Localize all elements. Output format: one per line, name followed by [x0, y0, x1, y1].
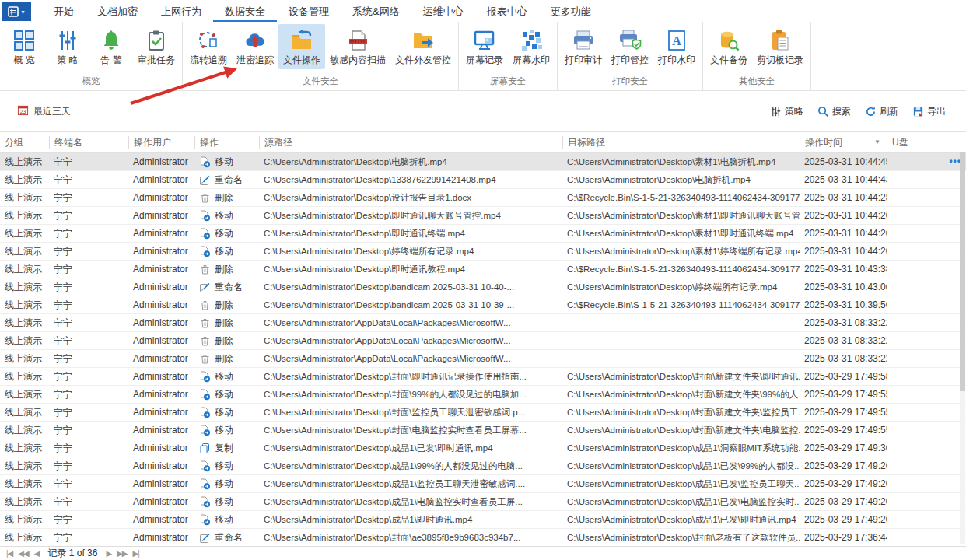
sort-dropdown-icon[interactable]: ▼	[874, 136, 887, 149]
time-cell: 2025-03-31 08:33:22	[800, 317, 887, 328]
toolbar-button-export[interactable]: 导出	[912, 105, 946, 118]
file-backup-icon	[717, 27, 740, 53]
ribbon-button-screen-record[interactable]: 屏幕记录	[461, 24, 508, 69]
column-header-8[interactable]: U盘	[887, 136, 954, 149]
table-row[interactable]: 线上演示宁宁Administrator移动C:\Users\Administra…	[0, 243, 966, 261]
table-row[interactable]: 线上演示宁宁Administrator移动C:\Users\Administra…	[0, 511, 966, 529]
table-row[interactable]: 线上演示宁宁Administrator删除C:\Users\Administra…	[0, 332, 966, 350]
ribbon-button-alert-bell[interactable]: 告 警	[89, 24, 133, 69]
user-cell: Administrator	[128, 264, 194, 275]
target-path-cell: C:\Users\Administrator\Desktop\婷终端所有记录.m…	[562, 282, 800, 293]
user-cell: Administrator	[128, 246, 194, 257]
ribbon-button-screen-watermark[interactable]: 屏幕水印	[508, 24, 555, 69]
table-row[interactable]: 线上演示宁宁Administrator删除C:\Users\Administra…	[0, 350, 966, 368]
operation-cell: 重命名	[194, 281, 259, 294]
ribbon-button-file-backup[interactable]: 文件备份	[705, 24, 752, 69]
table-row[interactable]: 线上演示宁宁Administrator重命名C:\Users\Administr…	[0, 278, 966, 296]
menu-tab-1[interactable]: 开始	[42, 0, 86, 22]
move-icon	[199, 210, 211, 222]
menu-tab-8[interactable]: 报表中心	[475, 0, 539, 22]
column-header-9[interactable]	[954, 136, 966, 149]
ribbon-button-flow-trace[interactable]: 流转追溯	[185, 24, 232, 69]
scrollbar-thumb[interactable]	[960, 152, 965, 391]
ribbon-button-policy-sliders[interactable]: 策 略	[46, 24, 89, 69]
ribbon-button-file-outgoing[interactable]: 文件外发管控	[390, 24, 456, 69]
source-path-cell: C:\Users\Administrator\Desktop\成品1\已发\即时…	[259, 443, 562, 454]
pager-prev-button[interactable]: ◀	[34, 549, 40, 558]
table-row[interactable]: 线上演示宁宁Administrator移动C:\Users\Administra…	[0, 493, 966, 511]
table-row[interactable]: 线上演示宁宁Administrator移动C:\Users\Administra…	[0, 475, 966, 493]
column-header-3[interactable]: 操作用户	[128, 136, 194, 149]
menu-tab-6[interactable]: 系统&网络	[341, 0, 411, 22]
time-cell: 2025-03-31 08:33:22	[800, 335, 887, 346]
column-header-5[interactable]: 源路径	[259, 136, 562, 149]
table-row[interactable]: 线上演示宁宁Administrator移动C:\Users\Administra…	[0, 153, 966, 171]
toolbar-button-sliders[interactable]: 策略	[770, 105, 803, 118]
operation-cell: 重命名	[194, 173, 259, 187]
time-cell: 2025-03-31 10:39:50	[800, 299, 887, 310]
pager-next-button[interactable]: ▶	[106, 549, 111, 558]
rename-icon	[199, 532, 211, 544]
column-header-1[interactable]: 分组	[0, 136, 49, 149]
menu-tab-2[interactable]: 文档加密	[86, 0, 149, 22]
toolbar-button-search[interactable]: 搜索	[817, 105, 851, 118]
move-icon	[199, 425, 211, 436]
table-row[interactable]: 线上演示宁宁Administrator删除C:\Users\Administra…	[0, 261, 966, 278]
menu-tab-7[interactable]: 运维中心	[411, 0, 475, 22]
pager-prev-group-button[interactable]: ◀◀	[18, 549, 28, 558]
table-row[interactable]: 线上演示宁宁Administrator删除C:\Users\Administra…	[0, 314, 966, 332]
terminal-cell: 宁宁	[49, 227, 128, 240]
user-cell: Administrator	[128, 228, 194, 239]
ribbon-button-overview-grid[interactable]: 概 览	[2, 24, 46, 69]
user-cell: Administrator	[128, 407, 194, 418]
toolbar-button-refresh[interactable]: 刷新	[865, 105, 898, 118]
operation-cell: 删除	[194, 263, 259, 276]
ribbon-button-approval-tasks[interactable]: 审批任务	[133, 24, 180, 69]
pager-last-button[interactable]: ▶|	[133, 549, 139, 558]
user-cell: Administrator	[128, 443, 194, 453]
operation-cell: 移动	[194, 424, 259, 437]
table-row[interactable]: 线上演示宁宁Administrator复制C:\Users\Administra…	[0, 439, 966, 457]
table-row[interactable]: 线上演示宁宁Administrator删除C:\Users\Administra…	[0, 296, 966, 314]
ribbon-button-clipboard-record[interactable]: 剪切板记录	[752, 24, 808, 69]
ribbon-button-leak-track[interactable]: 泄密追踪	[232, 24, 278, 69]
table-row[interactable]: 线上演示宁宁Administrator移动C:\Users\Administra…	[0, 368, 966, 386]
user-cell: Administrator	[128, 371, 194, 382]
pager-first-button[interactable]: |◀	[6, 549, 12, 558]
ribbon-button-print-watermark[interactable]: A打印水印	[653, 24, 700, 69]
ribbon-button-print-audit[interactable]: 打印审计	[560, 24, 607, 69]
vertical-scrollbar[interactable]	[960, 152, 965, 544]
pager: |◀ ◀◀ ◀ 记录 1 of 36 ▶ ▶▶ ▶|	[0, 546, 966, 560]
table-row[interactable]: 线上演示宁宁Administrator删除C:\Users\Administra…	[0, 189, 966, 207]
column-header-2[interactable]: 终端名	[49, 136, 128, 149]
app-menu-button[interactable]: ▾	[2, 2, 31, 21]
menu-tab-5[interactable]: 设备管理	[277, 0, 341, 22]
table-row[interactable]: 线上演示宁宁Administrator移动C:\Users\Administra…	[0, 207, 966, 225]
table-row[interactable]: 线上演示宁宁Administrator移动C:\Users\Administra…	[0, 457, 966, 475]
menu-tab-9[interactable]: 更多功能	[539, 0, 603, 22]
ribbon-button-file-operation[interactable]: 文件操作	[278, 24, 325, 69]
operation-cell: 移动	[194, 227, 259, 240]
group-cell: 线上演示	[0, 209, 49, 222]
date-filter-button[interactable]: 23 最近三天	[17, 104, 71, 118]
user-cell: Administrator	[128, 478, 194, 489]
table-row[interactable]: 线上演示宁宁Administrator重命名C:\Users\Administr…	[0, 171, 966, 189]
menu-tab-3[interactable]: 上网行为	[149, 0, 213, 22]
pager-next-group-button[interactable]: ▶▶	[117, 549, 127, 558]
table-row[interactable]: 线上演示宁宁Administrator移动C:\Users\Administra…	[0, 386, 966, 404]
table-row[interactable]: 线上演示宁宁Administrator移动C:\Users\Administra…	[0, 404, 966, 422]
table-row[interactable]: 线上演示宁宁Administrator移动C:\Users\Administra…	[0, 422, 966, 439]
delete-icon	[199, 353, 211, 365]
column-header-6[interactable]: 目标路径	[562, 136, 800, 149]
menu-tab-4[interactable]: 数据安全	[213, 0, 277, 22]
source-path-cell: C:\Users\Administrator\AppData\Local\Pac…	[259, 354, 562, 363]
ribbon-button-sensitive-scan[interactable]: 敏感内容扫描	[325, 24, 390, 69]
table-row[interactable]: 线上演示宁宁Administrator移动C:\Users\Administra…	[0, 225, 966, 243]
column-header-4[interactable]: 操作	[194, 136, 259, 149]
time-cell: 2025-03-29 17:49:30	[800, 443, 887, 453]
table-row[interactable]: 线上演示宁宁Administrator重命名C:\Users\Administr…	[0, 529, 966, 546]
column-header-7[interactable]: 操作时间▼	[800, 136, 887, 149]
source-path-cell: C:\Users\Administrator\Desktop\成品1\电脑监控实…	[259, 496, 562, 508]
delete-icon	[199, 192, 211, 204]
ribbon-button-print-control[interactable]: 打印管控	[607, 24, 653, 69]
